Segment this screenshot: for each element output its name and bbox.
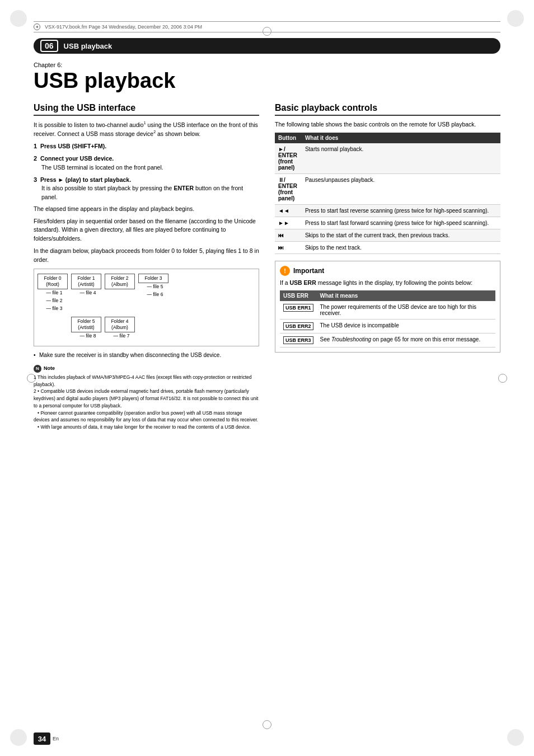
note-2: 2 • Compatible USB devices include exter…	[34, 388, 259, 409]
chapter-big-title: USB playback	[34, 69, 500, 93]
note-section: N Note 1 This includes playback of WMA/M…	[34, 365, 259, 431]
file-5: file 5	[144, 283, 163, 291]
corner-decoration-bl	[10, 729, 27, 746]
table-row-next: ⏭ Skips to the next track.	[275, 241, 500, 253]
btn-prev: ⏮	[275, 229, 302, 241]
chapter-number: 06	[40, 40, 58, 52]
important-label: Important	[293, 267, 324, 275]
btn-next: ⏭	[275, 241, 302, 253]
intro-text: It is possible to listen to two-channel …	[34, 120, 259, 139]
err-row-3: USB ERR3 See Troubleshooting on page 65 …	[280, 334, 495, 348]
right-column: Basic playback controls The following ta…	[275, 103, 500, 431]
file-6: file 6	[144, 291, 163, 299]
err-code-3: USB ERR3	[280, 334, 317, 348]
files-text: Files/folders play in sequential order b…	[34, 217, 259, 243]
btn-play: ►/ENTER(frontpanel)	[275, 143, 302, 174]
note-1: 1 This includes playback of WMA/MP3/MPEG…	[34, 374, 259, 388]
page-footer: 34 En	[34, 732, 59, 745]
right-section-header: Basic playback controls	[275, 103, 500, 116]
file-header: ✦ VSX-917V.book.fm Page 34 Wednesday, De…	[34, 21, 500, 32]
important-box: ! Important If a USB ERR message lights …	[275, 261, 500, 353]
two-column-layout: Using the USB interface It is possible t…	[34, 103, 500, 431]
left-column: Using the USB interface It is possible t…	[34, 103, 259, 431]
folder-4-box: Folder 4(Album)	[105, 317, 135, 332]
playback-controls-table: Button What it does ►/ENTER(frontpanel) …	[275, 133, 500, 254]
bullet-standby: Make sure the receiver is in standby whe…	[34, 351, 259, 359]
step-2-number: 2	[34, 155, 37, 162]
folder-2-box: Folder 2(Album)	[105, 274, 135, 289]
err-meaning-1: The power requirements of the USB device…	[317, 301, 495, 320]
folder-0-box: Folder 0(Root)	[38, 274, 68, 289]
file-3: file 3	[43, 305, 63, 313]
table-header-action: What it does	[302, 133, 500, 143]
page-lang: En	[53, 736, 59, 741]
main-content: Chapter 6: USB playback Using the USB in…	[34, 62, 500, 722]
chapter-band: 06 USB playback	[34, 38, 500, 54]
note-label-text: Note	[44, 365, 55, 373]
file-header-text: VSX-917V.book.fm Page 34 Wednesday, Dece…	[45, 24, 202, 30]
corner-decoration-tl	[10, 10, 27, 27]
folder-5-box: Folder 5(Artistit)	[71, 317, 101, 332]
right-intro: The following table shows the basic cont…	[275, 120, 500, 129]
btn-pause: ⏸/ENTER(frontpanel)	[275, 173, 302, 204]
step-3: 3 Press ► (play) to start playback. It i…	[34, 175, 259, 202]
file-1: file 1	[43, 289, 63, 297]
err-table: USB ERR What it means USB ERR1 The power…	[280, 290, 495, 348]
err-code-1: USB ERR1	[280, 301, 317, 320]
table-row-forward: ►► Press to start fast forward scanning …	[275, 217, 500, 229]
chapter-label: Chapter 6:	[34, 62, 500, 68]
table-row-prev: ⏮ Skips to the start of the current trac…	[275, 229, 500, 241]
err-row-1: USB ERR1 The power requirements of the U…	[280, 301, 495, 320]
action-play: Starts normal playback.	[302, 143, 500, 174]
err-meaning-3: See Troubleshooting on page 65 for more …	[317, 334, 495, 348]
err-row-2: USB ERR2 The USB device is incompatible	[280, 320, 495, 334]
note-icon: N	[34, 365, 41, 373]
important-icon: !	[280, 266, 290, 276]
step-1-title: Press USB (SHIFT+FM).	[40, 143, 106, 149]
folder-1-box: Folder 1(Artistit)	[71, 274, 101, 289]
btn-forward: ►►	[275, 217, 302, 229]
important-header: ! Important	[280, 266, 495, 276]
important-intro: If a USB ERR message lights in the displ…	[280, 279, 495, 288]
diagram-row-2: Folder 5(Artistit) file 8 Folder 4(Album…	[38, 317, 255, 340]
table-row-play: ►/ENTER(frontpanel) Starts normal playba…	[275, 143, 500, 174]
action-pause: Pauses/unpauses playback.	[302, 173, 500, 204]
note-label: N Note	[34, 365, 259, 373]
left-section-header: Using the USB interface	[34, 103, 259, 116]
step-2: 2 Connect your USB device. The USB termi…	[34, 154, 259, 172]
page-number: 34	[34, 732, 50, 745]
elapsed-text: The elapsed time appears in the display …	[34, 205, 259, 214]
table-header-button: Button	[275, 133, 302, 143]
file-7: file 7	[110, 332, 130, 340]
table-row-pause: ⏸/ENTER(frontpanel) Pauses/unpauses play…	[275, 173, 500, 204]
err-meaning-2: The USB device is incompatible	[317, 320, 495, 334]
chapter-band-title: USB playback	[64, 42, 113, 50]
step-3-number: 3	[34, 176, 37, 183]
step-2-body: The USB terminal is located on the front…	[41, 163, 259, 172]
file-2: file 2	[43, 297, 63, 305]
err-code-2: USB ERR2	[280, 320, 317, 334]
file-8: file 8	[77, 332, 96, 340]
step-2-title: Connect your USB device.	[40, 155, 114, 162]
note-4: • With large amounts of data, it may tak…	[34, 424, 259, 431]
file-4: file 4	[77, 289, 96, 297]
step-3-title: Press ► (play) to start playback.	[40, 176, 131, 183]
btn-rewind: ◄◄	[275, 204, 302, 217]
folder-diagram: Folder 0(Root) file 1 file 2 file 3 Fold…	[34, 269, 259, 346]
corner-decoration-tr	[507, 10, 524, 27]
diagram-row-1: Folder 0(Root) file 1 file 2 file 3 Fold…	[38, 274, 255, 312]
step-1-number: 1	[34, 143, 37, 149]
action-rewind: Press to start fast reverse scanning (pr…	[302, 204, 500, 217]
corner-decoration-br	[507, 729, 524, 746]
action-next: Skips to the next track.	[302, 241, 500, 253]
table-row-rewind: ◄◄ Press to start fast reverse scanning …	[275, 204, 500, 217]
folder-3-box: Folder 3	[138, 274, 168, 283]
diagram-text: In the diagram below, playback proceeds …	[34, 247, 259, 265]
err-header-code: USB ERR	[280, 290, 317, 301]
note-3: • Pioneer cannot guarantee compatibility…	[34, 410, 259, 424]
action-prev: Skips to the start of the current track,…	[302, 229, 500, 241]
step-1: 1 Press USB (SHIFT+FM).	[34, 142, 259, 151]
err-header-meaning: What it means	[317, 290, 495, 301]
step-3-body: It is also possible to start playback by…	[41, 184, 259, 202]
file-header-cross-icon: ✦	[34, 24, 40, 30]
